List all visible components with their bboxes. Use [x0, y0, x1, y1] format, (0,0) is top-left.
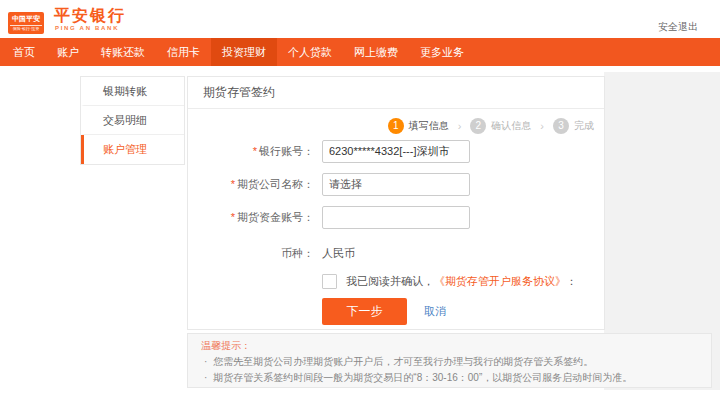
bank-account-input[interactable] [322, 140, 470, 163]
nav-tabs: 首页 账户 转账还款 信用卡 投资理财 个人贷款 网上缴费 更多业务 [0, 38, 720, 66]
sidebar-item-transaction-details[interactable]: 交易明细 [81, 106, 184, 135]
agreement-link[interactable]: 《期货存管开户服务协议》 [434, 275, 566, 287]
nav-item-investment[interactable]: 投资理财 [211, 38, 277, 66]
agreement-text: 我已阅读并确认，《期货存管开户服务协议》： [346, 274, 577, 289]
currency-label: 币种： [188, 246, 314, 261]
futures-company-row: *期货公司名称： 请选择 [188, 172, 604, 196]
pingan-logo: 中国平安 保险·银行·投资 [8, 12, 44, 34]
nav-item-account[interactable]: 账户 [46, 38, 90, 66]
agreement-row: 我已阅读并确认，《期货存管开户服务协议》： [188, 269, 604, 293]
step-2-circle: 2 [470, 118, 486, 134]
nav-item-transfer[interactable]: 转账还款 [90, 38, 156, 66]
bank-name-en: PING AN BANK [55, 25, 119, 31]
futures-account-input[interactable] [322, 206, 470, 229]
currency-row: 币种： 人民币 [188, 241, 604, 265]
nav-item-home[interactable]: 首页 [2, 38, 46, 66]
main-nav-bar: 首页 账户 转账还款 信用卡 投资理财 个人贷款 网上缴费 更多业务 我的资产 … [0, 38, 720, 66]
currency-value: 人民币 [322, 246, 355, 261]
logo-text-sub: 保险·银行·投资 [10, 25, 42, 32]
bank-account-row: *银行账号： [188, 139, 604, 163]
nav-item-credit-card[interactable]: 信用卡 [156, 38, 211, 66]
page-title: 期货存管签约 [188, 77, 604, 109]
futures-account-row: *期货资金账号： [188, 205, 604, 229]
futures-company-label: *期货公司名称： [188, 177, 314, 192]
futures-depository-panel: 期货存管签约 1 填写信息 › 2 确认信息 › 3 完成 *银行账号： *期货… [187, 76, 605, 330]
top-header: 中国平安 保险·银行·投资 平安银行 PING AN BANK 安全退出 [0, 0, 720, 38]
step-complete: 3 完成 [553, 118, 594, 134]
step-1-circle: 1 [388, 118, 404, 134]
step-confirm-info: 2 确认信息 [470, 118, 531, 134]
notice-title: 温馨提示： [201, 339, 251, 353]
safe-logout-link[interactable]: 安全退出 [658, 20, 698, 34]
agreement-checkbox[interactable] [322, 274, 337, 289]
logo-text-cn: 中国平安 [8, 14, 44, 24]
warm-notice-box: 温馨提示： 您需先至期货公司办理期货账户开户后，才可至我行办理与我行的期货存管关… [187, 333, 712, 388]
step-indicator: 1 填写信息 › 2 确认信息 › 3 完成 [388, 118, 594, 134]
notice-item: 您需先至期货公司办理期货账户开户后，才可至我行办理与我行的期货存管关系签约。 [204, 355, 593, 369]
notice-item: 期货存管关系签约时间段一般为期货交易日的“8：30-16：00”，以期货公司服务… [204, 371, 632, 385]
futures-company-select[interactable]: 请选择 [322, 173, 470, 196]
nav-item-online-payment[interactable]: 网上缴费 [343, 38, 409, 66]
step-3-circle: 3 [553, 118, 569, 134]
nav-item-more-services[interactable]: 更多业务 [409, 38, 475, 66]
bank-name-cn: 平安银行 [54, 6, 126, 27]
nav-item-personal-loan[interactable]: 个人贷款 [277, 38, 343, 66]
actions-row: 下一步 取消 [188, 297, 604, 325]
step-separator: › [458, 120, 462, 132]
futures-account-label: *期货资金账号： [188, 210, 314, 225]
step-separator: › [540, 120, 544, 132]
sidebar-item-account-management[interactable]: 账户管理 [81, 135, 184, 164]
step-fill-info: 1 填写信息 [388, 118, 449, 134]
sidebar-menu: 银期转账 交易明细 账户管理 [80, 76, 185, 165]
bank-account-label: *银行账号： [188, 144, 314, 159]
next-step-button[interactable]: 下一步 [322, 298, 407, 325]
cancel-link[interactable]: 取消 [424, 304, 446, 319]
sidebar-item-bank-futures-transfer[interactable]: 银期转账 [81, 77, 184, 106]
